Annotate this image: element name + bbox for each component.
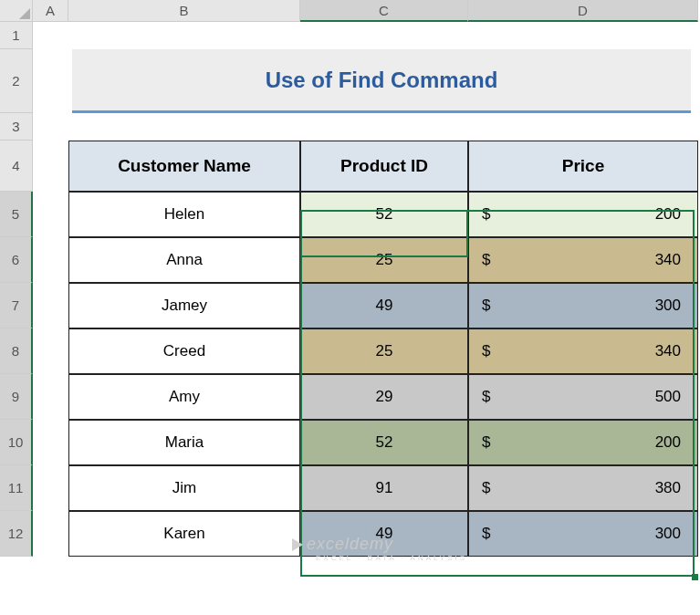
table-row[interactable]: $300	[468, 283, 698, 328]
table-row[interactable]: $300	[468, 511, 698, 557]
currency-label: $	[482, 251, 490, 269]
table-row[interactable]: 25	[300, 328, 468, 374]
currency-label: $	[482, 525, 490, 543]
table-row[interactable]: $340	[468, 237, 698, 283]
select-all-corner[interactable]	[0, 0, 33, 22]
cell-A6[interactable]	[33, 237, 68, 283]
cell-A4[interactable]	[33, 141, 68, 192]
price-value: 340	[655, 251, 681, 269]
currency-label: $	[482, 342, 490, 360]
table-row[interactable]: $200	[468, 192, 698, 237]
row-header-7[interactable]: 7	[0, 283, 33, 328]
cell-C3[interactable]	[300, 113, 468, 141]
table-row[interactable]: Jim	[68, 465, 300, 511]
table-row[interactable]: 52	[300, 420, 468, 465]
cell-A8[interactable]	[33, 328, 68, 374]
table-row[interactable]: 49	[300, 511, 468, 557]
cell-B1[interactable]	[68, 22, 300, 49]
row-header-9[interactable]: 9	[0, 374, 33, 420]
table-row[interactable]: $340	[468, 328, 698, 374]
table-row[interactable]: $200	[468, 420, 698, 465]
table-row[interactable]: 91	[300, 465, 468, 511]
row-header-4[interactable]: 4	[0, 141, 33, 192]
price-value: 300	[655, 297, 681, 315]
table-row[interactable]: 49	[300, 283, 468, 328]
table-header-name[interactable]: Customer Name	[68, 141, 300, 192]
table-row[interactable]: Karen	[68, 511, 300, 557]
cell-A7[interactable]	[33, 283, 68, 328]
cell-B3[interactable]	[68, 113, 300, 141]
currency-label: $	[482, 388, 490, 406]
cell-A11[interactable]	[33, 465, 68, 511]
price-value: 200	[655, 205, 681, 224]
col-header-B[interactable]: B	[68, 0, 300, 22]
row-header-2[interactable]: 2	[0, 49, 33, 113]
table-row[interactable]: 29	[300, 374, 468, 420]
table-row[interactable]: 25	[300, 237, 468, 283]
currency-label: $	[482, 433, 490, 452]
table-header-price[interactable]: Price	[468, 141, 698, 192]
table-row[interactable]: Anna	[68, 237, 300, 283]
row-header-8[interactable]: 8	[0, 328, 33, 374]
cell-C1[interactable]	[300, 22, 468, 49]
table-row[interactable]: Maria	[68, 420, 300, 465]
table-row[interactable]: Helen	[68, 192, 300, 237]
cell-A1[interactable]	[33, 22, 68, 49]
row-header-5[interactable]: 5	[0, 192, 33, 237]
table-row[interactable]: Jamey	[68, 283, 300, 328]
price-value: 300	[655, 525, 681, 543]
cell-A12[interactable]	[33, 511, 68, 557]
table-row[interactable]: $500	[468, 374, 698, 420]
table-row[interactable]: Amy	[68, 374, 300, 420]
col-header-C[interactable]: C	[300, 0, 468, 22]
table-header-pid[interactable]: Product ID	[300, 141, 468, 192]
price-value: 200	[655, 433, 681, 452]
row-header-1[interactable]: 1	[0, 22, 33, 49]
page-title[interactable]: Use of Find Command	[72, 49, 691, 113]
row-header-10[interactable]: 10	[0, 420, 33, 465]
row-header-12[interactable]: 12	[0, 511, 33, 557]
col-header-A[interactable]: A	[33, 0, 68, 22]
cell-A2[interactable]	[33, 49, 68, 113]
row-header-6[interactable]: 6	[0, 237, 33, 283]
currency-label: $	[482, 297, 490, 315]
price-value: 380	[655, 479, 681, 497]
cell-D1[interactable]	[468, 22, 698, 49]
table-row[interactable]: 52	[300, 192, 468, 237]
cell-A5[interactable]	[33, 192, 68, 237]
spreadsheet-grid: A B C D 1 2 Use of Find Command 3 4 Cust…	[0, 0, 700, 557]
fill-handle[interactable]	[692, 574, 698, 580]
row-header-11[interactable]: 11	[0, 465, 33, 511]
cell-A10[interactable]	[33, 420, 68, 465]
currency-label: $	[482, 205, 490, 224]
price-value: 340	[655, 342, 681, 360]
cell-D3[interactable]	[468, 113, 698, 141]
row-header-3[interactable]: 3	[0, 113, 33, 141]
price-value: 500	[655, 388, 681, 406]
table-row[interactable]: $380	[468, 465, 698, 511]
currency-label: $	[482, 479, 490, 497]
table-row[interactable]: Creed	[68, 328, 300, 374]
cell-A9[interactable]	[33, 374, 68, 420]
col-header-D[interactable]: D	[468, 0, 698, 22]
cell-A3[interactable]	[33, 113, 68, 141]
